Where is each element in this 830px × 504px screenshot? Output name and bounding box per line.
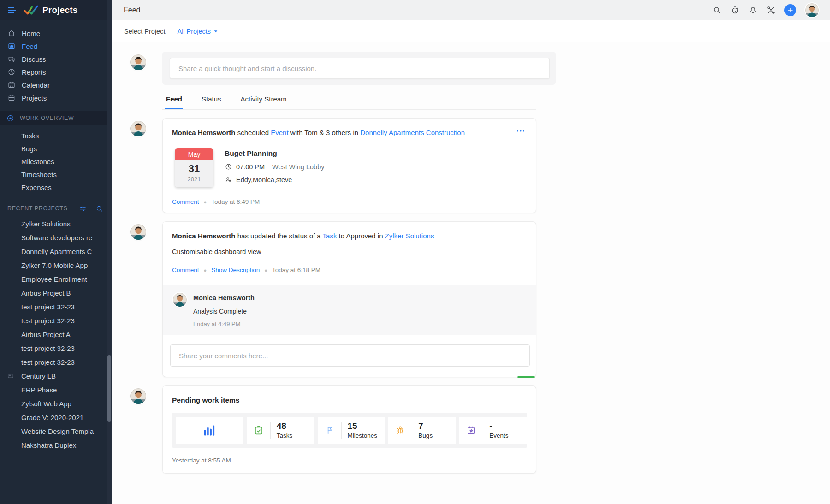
event-year: 2021 bbox=[175, 176, 213, 183]
calendar-icon bbox=[7, 81, 16, 89]
tile-value: 7 bbox=[418, 421, 433, 431]
recent-project-item[interactable]: test project 32-23 bbox=[0, 355, 112, 369]
sidebar-scrollbar-thumb[interactable] bbox=[107, 355, 111, 422]
search-icon[interactable] bbox=[95, 205, 103, 213]
sidebar-nav-item[interactable]: Projects bbox=[0, 91, 112, 104]
milestone-icon bbox=[324, 425, 335, 436]
pending-tile[interactable]: 48 Tasks bbox=[247, 417, 314, 444]
post-timestamp: Today at 6:18 PM bbox=[272, 267, 320, 273]
recent-project-item[interactable]: Zylsoft Web App bbox=[0, 397, 112, 410]
feed-post-pending-row: Pending work items bbox=[130, 385, 556, 474]
post-timestamp: Today at 6:49 PM bbox=[211, 198, 260, 205]
event-date-card: May 31 2021 bbox=[175, 148, 213, 187]
project-link[interactable]: Donnelly Apartments Construction bbox=[360, 129, 465, 136]
pending-tile[interactable]: 7 Bugs bbox=[388, 417, 456, 444]
pending-tile[interactable] bbox=[176, 417, 243, 444]
recent-project-item[interactable]: Century LB bbox=[0, 369, 112, 383]
separator-dot: ● bbox=[264, 267, 267, 273]
pending-tile[interactable]: - Events bbox=[459, 417, 527, 444]
show-description-button[interactable]: Show Description bbox=[211, 267, 260, 273]
divider bbox=[483, 422, 483, 439]
sidebar-nav-item[interactable]: Calendar bbox=[0, 78, 112, 91]
pending-tiles: 48 Tasks 15 Mil bbox=[172, 413, 527, 448]
search-icon[interactable] bbox=[712, 6, 722, 15]
project-dropdown[interactable]: All Projects bbox=[177, 28, 219, 35]
pending-tile[interactable]: 15 Milestones bbox=[318, 417, 385, 444]
feed-tab[interactable]: Status bbox=[201, 92, 222, 109]
timer-icon[interactable] bbox=[730, 6, 740, 15]
comment-input[interactable] bbox=[170, 344, 530, 367]
add-button[interactable] bbox=[784, 4, 796, 16]
sidebar-nav-label: Feed bbox=[22, 42, 37, 50]
sidebar-nav-item[interactable]: Discuss bbox=[0, 53, 112, 65]
bell-icon[interactable] bbox=[748, 6, 758, 15]
comment-button[interactable]: Comment bbox=[172, 267, 199, 273]
work-overview-item[interactable]: Tasks bbox=[0, 129, 112, 142]
work-overview-item[interactable]: Expenses bbox=[0, 181, 112, 194]
event-link[interactable]: Event bbox=[271, 129, 288, 136]
recent-project-item[interactable]: Website Design Templa bbox=[0, 424, 112, 438]
event-post-card: Monica Hemsworth scheduled Event with To… bbox=[162, 118, 536, 213]
divider bbox=[91, 205, 91, 212]
work-overview-item[interactable]: Bugs bbox=[0, 142, 112, 155]
feed-icon bbox=[7, 42, 16, 50]
recent-project-item[interactable]: test project 32-23 bbox=[0, 314, 112, 327]
recent-project-item[interactable]: Software developers re bbox=[0, 231, 112, 244]
status-post-card: Monica Hemsworth has updated the status … bbox=[162, 221, 536, 377]
divider bbox=[341, 422, 342, 439]
filter-icon[interactable] bbox=[79, 205, 87, 213]
work-overview-item[interactable]: Timesheets bbox=[0, 168, 112, 181]
user-avatar[interactable] bbox=[805, 3, 819, 17]
event-day: 31 bbox=[175, 164, 213, 174]
home-icon bbox=[7, 29, 16, 37]
recent-project-item[interactable]: Airbus Project A bbox=[0, 327, 112, 341]
sidebar-nav-item[interactable]: Feed bbox=[0, 40, 112, 53]
recent-project-item[interactable]: Grade V: 2020-2021 bbox=[0, 410, 112, 424]
more-icon[interactable] bbox=[516, 126, 526, 136]
feed-tabs: Feed Status Activity Stream bbox=[162, 92, 536, 110]
sidebar-nav-item[interactable]: Reports bbox=[0, 65, 112, 78]
feed-post-event-row: Monica Hemsworth scheduled Event with To… bbox=[130, 118, 556, 213]
post-avatar bbox=[130, 388, 146, 404]
hamburger-icon[interactable] bbox=[6, 5, 18, 16]
composer-input[interactable] bbox=[170, 58, 550, 79]
sidebar-nav-label: Reports bbox=[22, 68, 46, 76]
recent-project-item[interactable]: Zylker Solutions bbox=[0, 217, 112, 231]
recent-project-item[interactable]: Donnelly Apartments C bbox=[0, 244, 112, 258]
recent-project-item[interactable]: test project 32-23 bbox=[0, 341, 112, 355]
feed-tab[interactable]: Activity Stream bbox=[240, 92, 288, 109]
task-link[interactable]: Task bbox=[323, 232, 337, 240]
comment-text: Analysis Complete bbox=[193, 308, 255, 315]
recent-project-item[interactable]: Zylker 7.0 Mobile App bbox=[0, 258, 112, 272]
tile-label: Events bbox=[489, 432, 508, 439]
tile-value: 48 bbox=[277, 421, 293, 431]
divider bbox=[270, 422, 271, 439]
tile-label: Milestones bbox=[348, 432, 378, 439]
feed-post-status-row: Monica Hemsworth has updated the status … bbox=[130, 221, 556, 377]
sidebar-nav-label: Discuss bbox=[22, 55, 46, 63]
separator-dot: ● bbox=[204, 199, 207, 205]
post-header: Monica Hemsworth has updated the status … bbox=[172, 231, 525, 241]
sidebar-nav-item[interactable]: Home bbox=[0, 27, 112, 40]
recent-projects-label: RECENT PROJECTS bbox=[7, 205, 79, 212]
sidebar-nav: Home Feed Discuss Reports Calendar bbox=[0, 20, 112, 108]
attendees-icon bbox=[225, 176, 232, 184]
events-icon bbox=[466, 425, 477, 436]
project-link[interactable]: Zylker Solutions bbox=[385, 232, 434, 240]
work-overview-item[interactable]: Milestones bbox=[0, 155, 112, 168]
recent-project-item[interactable]: test project 32-23 bbox=[0, 300, 112, 314]
feed-tab[interactable]: Feed bbox=[165, 92, 183, 109]
recent-project-item[interactable]: Nakshatra Duplex bbox=[0, 438, 112, 452]
tools-icon[interactable] bbox=[766, 6, 776, 15]
recent-project-item[interactable]: Airbus Project B bbox=[0, 286, 112, 300]
post-header: Monica Hemsworth scheduled Event with To… bbox=[172, 128, 525, 137]
comment-button[interactable]: Comment bbox=[172, 198, 199, 205]
recent-project-item[interactable]: ERP Phase bbox=[0, 383, 112, 397]
event-attendees: Eddy,Monica,steve bbox=[236, 176, 292, 184]
work-overview-header[interactable]: WORK OVERVIEW bbox=[0, 111, 112, 125]
app-title: Projects bbox=[42, 5, 78, 15]
recent-projects-header: RECENT PROJECTS bbox=[0, 202, 112, 215]
recent-project-item[interactable]: Employee Enrollment bbox=[0, 272, 112, 286]
logo-check-icon bbox=[23, 4, 39, 17]
discuss-icon bbox=[7, 55, 16, 63]
